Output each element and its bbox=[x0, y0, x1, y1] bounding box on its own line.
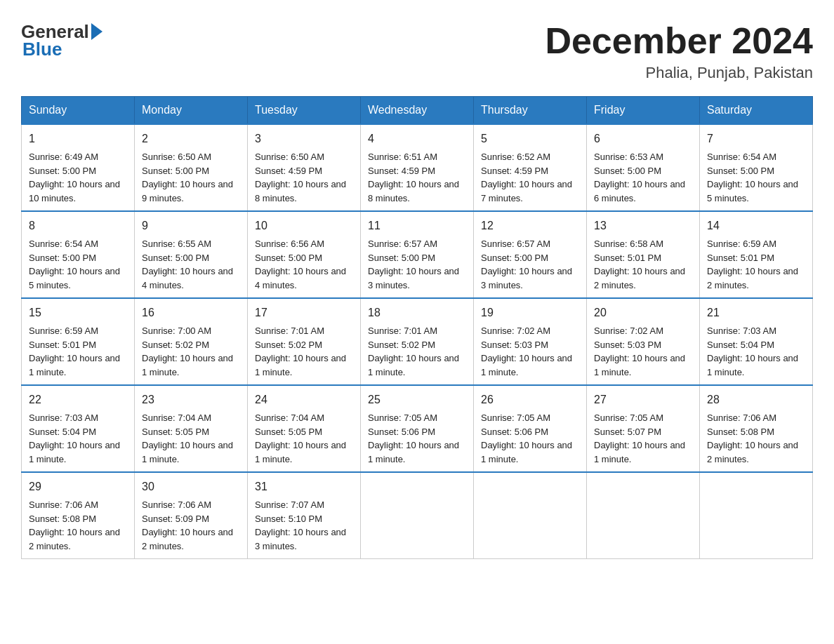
daylight-text: Daylight: 10 hours and 1 minute. bbox=[707, 353, 798, 377]
daylight-text: Daylight: 10 hours and 1 minute. bbox=[255, 353, 346, 377]
day-number: 20 bbox=[594, 304, 692, 321]
calendar-cell: 28 Sunrise: 7:06 AM Sunset: 5:08 PM Dayl… bbox=[700, 385, 813, 472]
daylight-text: Daylight: 10 hours and 1 minute. bbox=[368, 353, 459, 377]
sunrise-text: Sunrise: 7:03 AM bbox=[29, 412, 98, 423]
sunrise-text: Sunrise: 7:04 AM bbox=[255, 412, 324, 423]
daylight-text: Daylight: 10 hours and 3 minutes. bbox=[481, 266, 572, 290]
sunrise-text: Sunrise: 7:02 AM bbox=[594, 326, 663, 336]
calendar-cell: 26 Sunrise: 7:05 AM Sunset: 5:06 PM Dayl… bbox=[474, 385, 587, 472]
sunset-text: Sunset: 4:59 PM bbox=[368, 166, 435, 176]
daylight-text: Daylight: 10 hours and 4 minutes. bbox=[255, 266, 346, 290]
day-number: 17 bbox=[255, 304, 353, 321]
calendar-cell: 3 Sunrise: 6:50 AM Sunset: 4:59 PM Dayli… bbox=[248, 124, 361, 211]
header-sunday: Sunday bbox=[22, 97, 135, 125]
sunset-text: Sunset: 5:04 PM bbox=[29, 427, 96, 437]
calendar-cell: 24 Sunrise: 7:04 AM Sunset: 5:05 PM Dayl… bbox=[248, 385, 361, 472]
sunset-text: Sunset: 5:04 PM bbox=[707, 340, 774, 350]
calendar-cell: 10 Sunrise: 6:56 AM Sunset: 5:00 PM Dayl… bbox=[248, 211, 361, 298]
sunrise-text: Sunrise: 6:58 AM bbox=[594, 239, 663, 249]
day-number: 11 bbox=[368, 217, 466, 234]
day-number: 19 bbox=[481, 304, 579, 321]
sunrise-text: Sunrise: 7:01 AM bbox=[368, 326, 437, 336]
sunrise-text: Sunrise: 7:05 AM bbox=[368, 412, 437, 423]
sunrise-text: Sunrise: 7:06 AM bbox=[142, 499, 211, 510]
day-number: 27 bbox=[594, 391, 692, 408]
daylight-text: Daylight: 10 hours and 9 minutes. bbox=[142, 179, 233, 203]
daylight-text: Daylight: 10 hours and 2 minutes. bbox=[594, 266, 685, 290]
sunset-text: Sunset: 5:00 PM bbox=[594, 166, 661, 176]
sunset-text: Sunset: 5:01 PM bbox=[29, 340, 96, 350]
sunrise-text: Sunrise: 6:55 AM bbox=[142, 239, 211, 249]
daylight-text: Daylight: 10 hours and 4 minutes. bbox=[142, 266, 233, 290]
header-monday: Monday bbox=[135, 97, 248, 125]
calendar-week-row: 1 Sunrise: 6:49 AM Sunset: 5:00 PM Dayli… bbox=[22, 124, 813, 211]
calendar-week-row: 15 Sunrise: 6:59 AM Sunset: 5:01 PM Dayl… bbox=[22, 298, 813, 385]
calendar-cell: 1 Sunrise: 6:49 AM Sunset: 5:00 PM Dayli… bbox=[22, 124, 135, 211]
day-number: 2 bbox=[142, 130, 240, 147]
sunset-text: Sunset: 5:02 PM bbox=[142, 340, 209, 350]
day-number: 24 bbox=[255, 391, 353, 408]
sunset-text: Sunset: 5:10 PM bbox=[255, 514, 322, 524]
header-thursday: Thursday bbox=[474, 97, 587, 125]
sunrise-text: Sunrise: 7:04 AM bbox=[142, 412, 211, 423]
daylight-text: Daylight: 10 hours and 1 minute. bbox=[29, 440, 120, 464]
sunrise-text: Sunrise: 6:49 AM bbox=[29, 152, 98, 162]
header-friday: Friday bbox=[587, 97, 700, 125]
day-number: 4 bbox=[368, 130, 466, 147]
sunset-text: Sunset: 5:09 PM bbox=[142, 514, 209, 524]
calendar-cell: 12 Sunrise: 6:57 AM Sunset: 5:00 PM Dayl… bbox=[474, 211, 587, 298]
daylight-text: Daylight: 10 hours and 1 minute. bbox=[368, 440, 459, 464]
daylight-text: Daylight: 10 hours and 6 minutes. bbox=[594, 179, 685, 203]
sunset-text: Sunset: 5:00 PM bbox=[481, 253, 548, 263]
calendar-cell: 29 Sunrise: 7:06 AM Sunset: 5:08 PM Dayl… bbox=[22, 472, 135, 559]
calendar-cell: 4 Sunrise: 6:51 AM Sunset: 4:59 PM Dayli… bbox=[361, 124, 474, 211]
calendar-cell bbox=[587, 472, 700, 559]
sunset-text: Sunset: 5:02 PM bbox=[368, 340, 435, 350]
header-wednesday: Wednesday bbox=[361, 97, 474, 125]
daylight-text: Daylight: 10 hours and 1 minute. bbox=[142, 440, 233, 464]
daylight-text: Daylight: 10 hours and 7 minutes. bbox=[481, 179, 572, 203]
sunset-text: Sunset: 5:03 PM bbox=[481, 340, 548, 350]
header-saturday: Saturday bbox=[700, 97, 813, 125]
sunrise-text: Sunrise: 6:50 AM bbox=[255, 152, 324, 162]
daylight-text: Daylight: 10 hours and 2 minutes. bbox=[707, 440, 798, 464]
calendar-table: Sunday Monday Tuesday Wednesday Thursday… bbox=[21, 96, 813, 559]
month-title: December 2024 bbox=[545, 21, 813, 61]
day-number: 12 bbox=[481, 217, 579, 234]
sunrise-text: Sunrise: 6:59 AM bbox=[29, 326, 98, 336]
calendar-cell: 20 Sunrise: 7:02 AM Sunset: 5:03 PM Dayl… bbox=[587, 298, 700, 385]
day-number: 1 bbox=[29, 130, 127, 147]
day-number: 6 bbox=[594, 130, 692, 147]
day-number: 18 bbox=[368, 304, 466, 321]
daylight-text: Daylight: 10 hours and 3 minutes. bbox=[368, 266, 459, 290]
sunset-text: Sunset: 5:01 PM bbox=[594, 253, 661, 263]
calendar-cell: 11 Sunrise: 6:57 AM Sunset: 5:00 PM Dayl… bbox=[361, 211, 474, 298]
sunrise-text: Sunrise: 7:06 AM bbox=[29, 499, 98, 510]
sunset-text: Sunset: 5:00 PM bbox=[707, 166, 774, 176]
daylight-text: Daylight: 10 hours and 10 minutes. bbox=[29, 179, 120, 203]
day-number: 7 bbox=[707, 130, 805, 147]
calendar-cell: 17 Sunrise: 7:01 AM Sunset: 5:02 PM Dayl… bbox=[248, 298, 361, 385]
sunset-text: Sunset: 5:02 PM bbox=[255, 340, 322, 350]
daylight-text: Daylight: 10 hours and 8 minutes. bbox=[255, 179, 346, 203]
sunset-text: Sunset: 5:05 PM bbox=[142, 427, 209, 437]
sunrise-text: Sunrise: 7:06 AM bbox=[707, 412, 776, 423]
daylight-text: Daylight: 10 hours and 2 minutes. bbox=[142, 527, 233, 551]
daylight-text: Daylight: 10 hours and 1 minute. bbox=[594, 353, 685, 377]
daylight-text: Daylight: 10 hours and 1 minute. bbox=[594, 440, 685, 464]
daylight-text: Daylight: 10 hours and 2 minutes. bbox=[29, 527, 120, 551]
sunset-text: Sunset: 5:07 PM bbox=[594, 427, 661, 437]
calendar-cell: 21 Sunrise: 7:03 AM Sunset: 5:04 PM Dayl… bbox=[700, 298, 813, 385]
daylight-text: Daylight: 10 hours and 8 minutes. bbox=[368, 179, 459, 203]
calendar-cell: 19 Sunrise: 7:02 AM Sunset: 5:03 PM Dayl… bbox=[474, 298, 587, 385]
page-header: General Blue December 2024 Phalia, Punja… bbox=[21, 21, 813, 82]
day-number: 9 bbox=[142, 217, 240, 234]
calendar-cell: 27 Sunrise: 7:05 AM Sunset: 5:07 PM Dayl… bbox=[587, 385, 700, 472]
day-number: 29 bbox=[29, 478, 127, 495]
logo-triangle-icon bbox=[91, 23, 102, 40]
day-number: 25 bbox=[368, 391, 466, 408]
sunrise-text: Sunrise: 6:57 AM bbox=[481, 239, 550, 249]
daylight-text: Daylight: 10 hours and 5 minutes. bbox=[707, 179, 798, 203]
calendar-week-row: 29 Sunrise: 7:06 AM Sunset: 5:08 PM Dayl… bbox=[22, 472, 813, 559]
daylight-text: Daylight: 10 hours and 1 minute. bbox=[481, 440, 572, 464]
